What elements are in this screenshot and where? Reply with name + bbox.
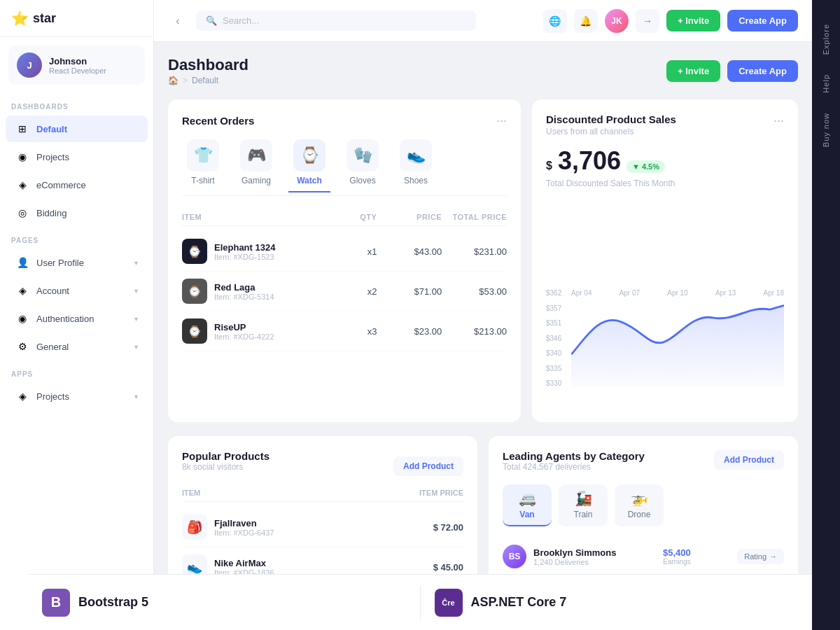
invite-button[interactable]: + Invite	[666, 10, 720, 31]
earnings-label: Earnings	[663, 558, 691, 566]
cat-tab-gaming[interactable]: 🎮 Gaming	[235, 139, 277, 192]
col-price: PRICE	[377, 213, 442, 221]
user-profile-card[interactable]: J Johnson React Developer	[8, 46, 145, 85]
order-item-name: RiseUP	[214, 322, 274, 332]
order-item-image: ⌚	[182, 279, 207, 304]
product-code: Item: #XDG-6437	[214, 528, 274, 537]
add-product-button[interactable]: Add Product	[393, 456, 463, 476]
notification-icon-button[interactable]: 🔔	[574, 9, 598, 33]
cat-tab-watch[interactable]: ⌚ Watch	[288, 139, 330, 192]
cat-tab-tshirt[interactable]: 👕 T-shirt	[182, 139, 224, 192]
sidebar-item-user-profile[interactable]: 👤 User Profile ▾	[6, 249, 148, 276]
discount-card-menu-icon[interactable]: ···	[774, 113, 784, 128]
sidebar: ⭐ star J Johnson React Developer DASHBOA…	[0, 0, 154, 630]
agent-deliveries: 1,240 Deliveries	[533, 558, 616, 566]
create-app-button[interactable]: Create App	[727, 10, 798, 31]
right-panel-help[interactable]: Help	[816, 64, 836, 103]
sidebar-item-label: General	[36, 342, 127, 352]
discount-value: 3,706	[558, 146, 621, 176]
agents-add-button[interactable]: Add Product	[714, 450, 784, 470]
cat-label: Shoes	[404, 176, 428, 186]
chart-svg	[571, 289, 784, 387]
train-icon: 🚂	[575, 490, 592, 507]
agent-tab-van[interactable]: 🚐 Van	[503, 484, 552, 526]
right-panel-buynow[interactable]: Buy now	[816, 103, 836, 157]
projects-icon: ◉	[15, 150, 29, 164]
sidebar-item-apps-projects[interactable]: ◈ Projects ▾	[6, 383, 148, 410]
agent-tab-label: Train	[574, 510, 593, 519]
topbar: ‹ 🔍 🌐 🔔 JK → + Invite Create App	[154, 0, 812, 42]
arrow-right-icon-button[interactable]: →	[636, 9, 659, 33]
list-item: 🎒 Fjallraven Item: #XDG-6437 $ 72.00	[182, 507, 463, 547]
sidebar-item-default[interactable]: ⊞ Default	[6, 115, 148, 142]
ecommerce-icon: ◈	[15, 178, 29, 192]
aspnet-label: ASP.NET Core 7	[471, 595, 567, 610]
chevron-down-icon: ▾	[134, 259, 138, 267]
col-total: TOTAL PRICE	[442, 213, 507, 221]
chevron-down-icon: ▾	[134, 343, 138, 351]
collapse-button[interactable]: ‹	[168, 11, 188, 31]
chart-y-label: $362	[546, 289, 571, 297]
badge-text: ▼ 4.5%	[632, 162, 659, 171]
search-bar[interactable]: 🔍	[196, 10, 476, 31]
sidebar-item-account[interactable]: ◈ Account ▾	[6, 277, 148, 304]
aspnet-icon: Ĉre	[435, 589, 463, 617]
cat-tab-gloves[interactable]: 🧤 Gloves	[342, 139, 384, 192]
watch-icon: ⌚	[293, 139, 326, 172]
product-price: $ 45.00	[370, 562, 463, 573]
agent-tab-label: Drone	[628, 510, 651, 519]
agent-tab-train[interactable]: 🚂 Train	[559, 484, 608, 526]
cat-tab-shoes[interactable]: 👟 Shoes	[395, 139, 437, 192]
tshirt-icon: 👕	[187, 139, 219, 172]
bidding-icon: ◎	[15, 206, 29, 220]
app-logo: ⭐ star	[0, 0, 153, 37]
order-total: $53.00	[442, 286, 507, 297]
col-qty: QTY	[312, 213, 377, 221]
globe-icon-button[interactable]: 🌐	[543, 9, 567, 33]
section-label-dashboards: DASHBOARDS	[0, 93, 153, 115]
page-title: Dashboard	[168, 56, 248, 74]
orders-table: ITEM QTY PRICE TOTAL PRICE ⌚ Elephant 13…	[182, 209, 507, 351]
product-name: Nike AirMax	[214, 558, 274, 568]
sidebar-item-general[interactable]: ⚙ General ▾	[6, 333, 148, 360]
right-panel-explore[interactable]: Explore	[816, 14, 836, 64]
breadcrumb-separator: >	[183, 76, 188, 85]
header-create-button[interactable]: Create App	[727, 60, 798, 82]
rating-button[interactable]: Rating →	[737, 549, 784, 564]
table-header: ITEM QTY PRICE TOTAL PRICE	[182, 209, 507, 226]
order-item-code: Item: #XDG-5314	[214, 293, 274, 301]
order-price: $23.00	[377, 326, 442, 337]
search-input[interactable]	[223, 15, 466, 26]
col-price: ITEM PRICE	[370, 489, 463, 497]
recent-orders-title: Recent Orders	[182, 115, 254, 127]
order-qty: x2	[312, 286, 377, 297]
sidebar-item-projects[interactable]: ◉ Projects	[6, 144, 148, 170]
popular-products-subtitle: 8k social visitors	[182, 462, 270, 472]
header-invite-button[interactable]: + Invite	[666, 60, 720, 82]
topbar-user-avatar[interactable]: JK	[605, 9, 629, 33]
page-content: Dashboard 🏠 > Default + Invite Create Ap…	[154, 42, 812, 630]
sidebar-item-label: Projects	[36, 152, 138, 162]
order-item-image: ⌚	[182, 318, 207, 344]
table-row: ⌚ Red Laga Item: #XDG-5314 x2 $71.00 $53…	[182, 272, 507, 312]
logo-text: star	[33, 11, 56, 26]
user-name: Johnson	[49, 56, 106, 66]
sidebar-item-bidding[interactable]: ◎ Bidding	[6, 200, 148, 226]
rating-label: Rating	[744, 552, 766, 561]
user-icon: 👤	[15, 255, 29, 270]
cat-label: T-shirt	[191, 176, 214, 186]
recent-orders-card: Recent Orders ··· 👕 T-shirt 🎮 Gaming	[168, 99, 521, 422]
page-header: Dashboard 🏠 > Default + Invite Create Ap…	[168, 56, 798, 85]
product-info: 🎒 Fjallraven Item: #XDG-6437	[182, 514, 370, 540]
agent-tab-drone[interactable]: 🚁 Drone	[615, 484, 664, 526]
topbar-actions: 🌐 🔔 JK → + Invite Create App	[543, 9, 798, 33]
discount-title: Discounted Product Sales	[546, 113, 676, 125]
card-menu-icon[interactable]: ···	[496, 113, 507, 128]
user-role: React Developer	[49, 66, 106, 75]
sidebar-item-authentication[interactable]: ◉ Authentication ▾	[6, 305, 148, 332]
general-icon: ⚙	[15, 340, 29, 354]
cards-row: Recent Orders ··· 👕 T-shirt 🎮 Gaming	[168, 99, 798, 422]
chart-y-label: $357	[546, 304, 571, 312]
product-image: 🎒	[182, 514, 207, 540]
sidebar-item-ecommerce[interactable]: ◈ eCommerce	[6, 172, 148, 198]
